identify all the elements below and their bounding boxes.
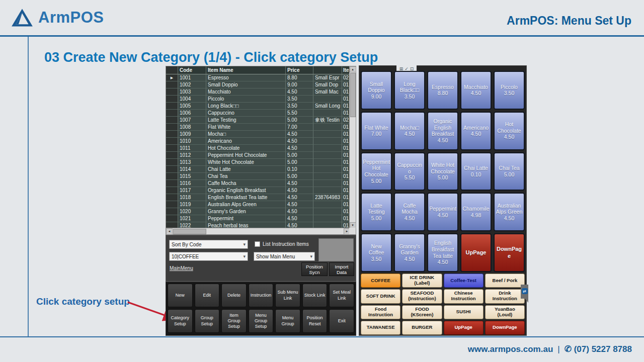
table-row[interactable]: 1016 Caffe Mocha 4.50 01 [166, 180, 350, 187]
category-button[interactable]: UpPage [444, 321, 484, 335]
menu-item-tile[interactable]: Chai Latte 0.10 [460, 152, 492, 191]
horizontal-scroll-thumb[interactable] [173, 229, 206, 234]
category-button[interactable]: SEAFOOD (Instruction) [402, 289, 442, 303]
header-code[interactable]: Code [178, 66, 206, 74]
tile-label: English Breakfast Tea latte [429, 240, 456, 259]
table-row[interactable]: 1019 Australian Alps Green 4.50 01 [166, 201, 350, 208]
table-row[interactable]: 1003 Macchiato 4.50 Small Mac 01 [166, 88, 350, 96]
header-price[interactable]: Price [286, 66, 313, 74]
toolbar-button[interactable]: Item Group Setup [221, 309, 247, 333]
toolbar-button[interactable]: Instruction [249, 284, 274, 307]
menu-item-tile[interactable]: Latte Testing 5.00 [361, 193, 392, 231]
toolbar-button[interactable]: Menu Group [275, 309, 300, 333]
table-row[interactable]: 1013 White Hot Chocolate 5.00 01 [166, 159, 350, 166]
table-row[interactable]: 1015 Chai Tea 5.00 01 [166, 173, 350, 180]
menu-item-tile[interactable]: Espresso 8.80 [427, 71, 458, 110]
scroll-left-icon[interactable]: ◄ [166, 228, 173, 235]
vertical-scrollbar[interactable]: ▲ ▼ [349, 66, 356, 228]
menu-item-tile[interactable]: Organic English Breakfast 4.50 [427, 112, 458, 150]
table-row[interactable]: ▶ 1001 Espresso 8.80 Small Espr 02 [166, 74, 350, 81]
row-pointer: ▶ [166, 74, 178, 81]
menu-item-tile[interactable]: Piccolo 3.50 [494, 71, 525, 110]
category-button[interactable]: SOFT DRINK [361, 289, 400, 303]
category-button[interactable]: Chinese Instruction [444, 289, 484, 303]
menu-item-tile[interactable]: Chai Tea 5.00 [494, 152, 525, 191]
category-button[interactable]: DownPage [485, 321, 525, 335]
category-button[interactable]: SUSHI [444, 305, 484, 319]
menu-item-tile[interactable]: Granny's Garden 4.50 [394, 233, 425, 272]
table-row[interactable]: 1004 Piccolo 3.50 01 [166, 96, 350, 103]
table-row[interactable]: 1017 Organic English Breakfast 4.50 01 [166, 187, 350, 194]
menu-item-tile[interactable]: New Coffee 3.50 [361, 233, 392, 272]
menu-item-tile[interactable]: English Breakfast Tea latte 4.50 [427, 233, 458, 272]
menu-item-tile[interactable]: Cappuccino 5.50 [394, 152, 425, 191]
toolbar-button[interactable]: Delete [221, 284, 247, 307]
menu-item-tile[interactable]: Macchiato 4.50 [460, 71, 492, 110]
table-row[interactable]: 1014 Chai Latte 0.10 01 [166, 166, 350, 173]
menu-item-tile[interactable]: UpPage [460, 233, 492, 272]
header-item-name[interactable]: Item Name [206, 66, 286, 74]
category-button[interactable]: Coffee-Test [444, 274, 484, 288]
table-row[interactable]: 1002 Small Doppio 9.00 Small Dop 01 [166, 81, 350, 88]
menu-item-tile[interactable]: DownPage [494, 233, 525, 272]
table-row[interactable]: 1021 Peppermint 4.50 01 [166, 215, 350, 222]
window-icon[interactable]: ⊡ [410, 66, 414, 71]
toolbar-button[interactable]: Group Setup [195, 309, 220, 333]
category-button[interactable]: Drink Instruction [485, 289, 525, 303]
toolbar-button[interactable]: Sub Menu Link [275, 284, 300, 307]
menu-item-tile[interactable]: Small Doppio 9.00 [361, 71, 392, 110]
table-row[interactable]: 1009 Mocha□ 4.50 01 [166, 131, 350, 138]
category-button[interactable]: BURGER [402, 321, 442, 335]
menu-item-tile[interactable]: Americano 4.50 [460, 112, 492, 150]
toolbar-button[interactable]: Menu Group Setup [249, 309, 274, 333]
category-label: Beef / Pork [493, 278, 518, 284]
menu-item-tile[interactable]: White Hot Chocolate 5.00 [427, 152, 458, 191]
table-row[interactable]: 1012 Peppermint Hot Chocolate 5.00 01 [166, 152, 350, 159]
list-instruction-checkbox[interactable] [255, 241, 260, 247]
menu-item-tile[interactable]: Mocha□ 4.50 [394, 112, 425, 150]
toolbar-button[interactable]: Set Meal Link [329, 284, 354, 307]
category-button[interactable]: Beef / Pork [485, 274, 525, 288]
horizontal-scrollbar[interactable]: ◄ ► [166, 228, 350, 234]
table-row[interactable]: 1006 Cappuccino 5.50 01 [166, 110, 350, 117]
cell-price: 3.50 [286, 103, 313, 110]
header-alt-name[interactable] [313, 66, 342, 74]
menu-item-tile[interactable]: Chamomile 4.98 [460, 193, 492, 231]
category-dropdown[interactable]: 10|COFFEE ▾ [169, 252, 248, 261]
main-menu-link[interactable]: MainMenu [170, 265, 193, 271]
toolbar-button[interactable]: New [168, 284, 193, 307]
category-button[interactable]: FOOD (KScreen) [402, 305, 442, 319]
vertical-scroll-thumb[interactable] [350, 73, 356, 117]
menu-view-dropdown[interactable]: Show Main Menu ▾ [254, 252, 315, 261]
table-row[interactable]: 1005 Long Black□□ 3.50 Small Long 01 [166, 103, 350, 110]
category-button[interactable]: ICE DRINK (Label) [402, 274, 442, 288]
table-row[interactable]: 1011 Hot Chocolate 4.50 01 [166, 145, 350, 152]
category-button[interactable]: COFFEE [361, 274, 400, 288]
table-row[interactable]: 1018 English Breakfast Tea latte 4.50 23… [166, 194, 350, 201]
menu-item-tile[interactable]: Caffe Mocha 4.50 [394, 193, 425, 231]
toolbar-button[interactable]: Category Setup [168, 309, 193, 333]
table-row[interactable]: 1008 Flat White 7.00 01 [166, 124, 350, 131]
table-row[interactable]: 1020 Granny's Garden 4.50 01 [166, 208, 350, 215]
toolbar-button[interactable]: Exit [329, 309, 354, 333]
menu-item-tile[interactable]: Hot Chocolate 4.50 [494, 112, 525, 150]
toolbar-button[interactable]: Stock Link [302, 284, 328, 307]
category-button[interactable]: TAIWANESE [361, 321, 400, 335]
menu-item-tile[interactable]: Peppermint Hot Chocolate 5.00 [361, 152, 392, 191]
grid-icon[interactable]: ⊞ [399, 66, 404, 71]
position-sync-button[interactable]: Position Sycn [301, 262, 328, 276]
menu-item-tile[interactable]: Long Black□□ 3.50 [394, 71, 425, 110]
category-button[interactable]: Food Instruction [361, 305, 400, 319]
table-row[interactable]: 1007 Latte Testing 5.00 拿铁 Testin 02 [166, 117, 350, 124]
scroll-up-icon[interactable]: ▲ [350, 66, 356, 72]
toolbar-button[interactable]: Position Reset [302, 309, 328, 333]
toolbar-button[interactable]: Edit [195, 284, 220, 307]
category-button[interactable]: YuanBao (Loud) [485, 305, 525, 319]
menu-item-tile[interactable]: Flat White 7.00 [361, 112, 392, 150]
menu-item-tile[interactable]: Australian Alps Green 4.50 [494, 193, 525, 231]
sort-dropdown[interactable]: Sort By Code ▾ [169, 240, 248, 249]
check-icon[interactable]: ✓ [405, 66, 409, 71]
table-row[interactable]: 1010 Americano 4.50 01 [166, 138, 350, 145]
menu-item-tile[interactable]: Peppermint 4.50 [427, 193, 458, 231]
import-data-button[interactable]: Import Data [329, 262, 354, 276]
